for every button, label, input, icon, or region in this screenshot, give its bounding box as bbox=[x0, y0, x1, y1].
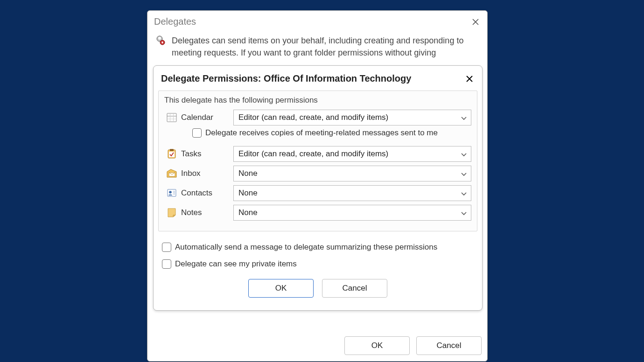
checkbox-icon bbox=[192, 128, 202, 138]
delegates-titlebar: Delegates bbox=[147, 11, 487, 32]
tasks-permission-value: Editor (can read, create, and modify ite… bbox=[238, 149, 388, 159]
chevron-down-icon bbox=[461, 114, 467, 121]
close-icon[interactable] bbox=[464, 74, 475, 84]
calendar-label: Calendar bbox=[181, 113, 232, 122]
chevron-down-icon bbox=[461, 209, 467, 216]
see-private-checkbox-row[interactable]: Delegate can see my private items bbox=[162, 259, 474, 269]
delegate-permissions-dialog: Delegate Permissions: Office Of Informat… bbox=[153, 65, 483, 311]
calendar-icon bbox=[166, 112, 177, 123]
delegates-dialog: Delegates Delegates can send items on yo… bbox=[147, 10, 488, 362]
contacts-label: Contacts bbox=[181, 188, 232, 198]
notes-icon bbox=[166, 207, 177, 218]
contacts-icon bbox=[166, 188, 177, 199]
cancel-button-label: Cancel bbox=[437, 341, 462, 350]
notes-label: Notes bbox=[181, 208, 232, 217]
inbox-permission-select[interactable]: None bbox=[233, 166, 471, 181]
ok-button[interactable]: OK bbox=[344, 336, 410, 355]
auto-send-summary-checkbox-row[interactable]: Automatically send a message to delegate… bbox=[162, 243, 474, 252]
svg-point-1 bbox=[158, 37, 161, 40]
checkbox-icon bbox=[162, 259, 171, 269]
calendar-permission-select[interactable]: Editor (can read, create, and modify ite… bbox=[233, 110, 471, 125]
inbox-label: Inbox bbox=[181, 169, 232, 178]
permission-row-notes: Notes None bbox=[164, 205, 471, 221]
permission-row-tasks: Tasks Editor (can read, create, and modi… bbox=[164, 146, 471, 162]
delegate-permissions-title: Delegate Permissions: Office Of Informat… bbox=[161, 73, 411, 84]
delegates-description: Delegates can send items on your behalf,… bbox=[172, 35, 481, 59]
tasks-label: Tasks bbox=[181, 149, 232, 159]
svg-rect-4 bbox=[167, 113, 176, 122]
svg-rect-3 bbox=[162, 42, 163, 43]
meeting-copies-label: Delegate receives copies of meeting-rela… bbox=[205, 128, 438, 138]
calendar-permission-value: Editor (can read, create, and modify ite… bbox=[238, 113, 388, 122]
svg-point-14 bbox=[169, 191, 172, 194]
chevron-down-icon bbox=[461, 170, 467, 177]
inbox-permission-value: None bbox=[238, 169, 258, 178]
chevron-down-icon bbox=[461, 190, 467, 196]
see-private-label: Delegate can see my private items bbox=[175, 259, 297, 269]
cancel-button-label: Cancel bbox=[343, 284, 367, 293]
cancel-button[interactable]: Cancel bbox=[322, 279, 387, 298]
delegates-body: Delegates can send items on your behalf,… bbox=[147, 32, 487, 59]
delegates-buttons: OK Cancel bbox=[344, 336, 482, 355]
cancel-button[interactable]: Cancel bbox=[416, 336, 482, 355]
ok-button-label: OK bbox=[371, 341, 383, 350]
permissions-heading: This delegate has the following permissi… bbox=[164, 96, 471, 105]
contacts-permission-value: None bbox=[238, 188, 258, 198]
checkbox-icon bbox=[162, 243, 171, 252]
auto-send-summary-label: Automatically send a message to delegate… bbox=[175, 243, 437, 252]
delegate-permissions-buttons: OK Cancel bbox=[154, 279, 482, 298]
permissions-group: This delegate has the following permissi… bbox=[158, 90, 477, 231]
permission-row-calendar: Calendar Editor (can read, create, and m… bbox=[164, 110, 471, 125]
chevron-down-icon bbox=[461, 151, 467, 157]
ok-button-label: OK bbox=[275, 284, 287, 293]
tasks-permission-select[interactable]: Editor (can read, create, and modify ite… bbox=[233, 146, 471, 162]
permission-row-contacts: Contacts None bbox=[164, 185, 471, 201]
permission-row-inbox: Inbox None bbox=[164, 166, 471, 181]
delegates-title: Delegates bbox=[154, 16, 196, 27]
svg-rect-10 bbox=[170, 149, 174, 151]
inbox-icon bbox=[166, 168, 177, 179]
contacts-permission-select[interactable]: None bbox=[233, 185, 471, 201]
notes-permission-select[interactable]: None bbox=[233, 205, 471, 221]
notes-permission-value: None bbox=[238, 208, 258, 217]
ok-button[interactable]: OK bbox=[248, 279, 314, 298]
close-icon[interactable] bbox=[470, 17, 481, 27]
delegate-user-icon bbox=[154, 35, 165, 46]
delegate-permissions-titlebar: Delegate Permissions: Office Of Informat… bbox=[154, 66, 482, 90]
tasks-icon bbox=[166, 148, 177, 160]
meeting-copies-checkbox-row[interactable]: Delegate receives copies of meeting-rela… bbox=[192, 128, 471, 138]
additional-options: Automatically send a message to delegate… bbox=[162, 238, 474, 269]
